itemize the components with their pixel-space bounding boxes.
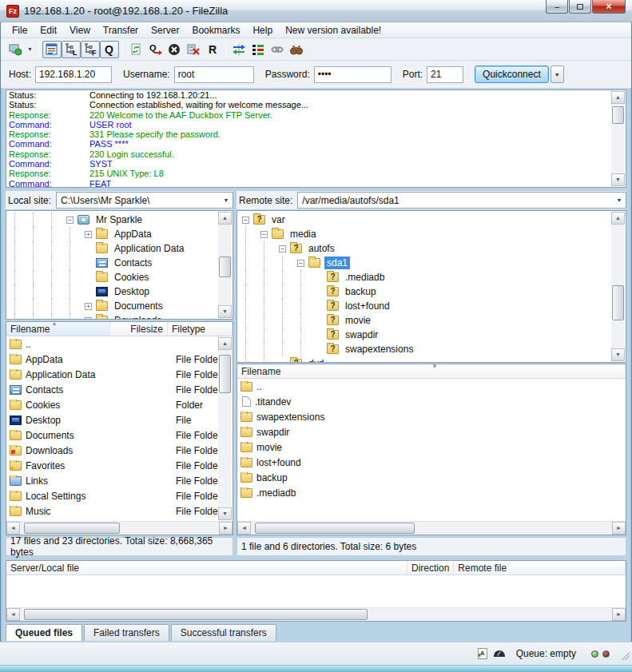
title-bar[interactable]: Fz 192.168.1.20 - root@192.168.1.20 - Fi…	[0, 0, 632, 22]
column-header-filename[interactable]: Filename	[6, 322, 110, 336]
remote-file-row-[interactable]: ..	[237, 379, 626, 394]
local-file-row-cookies[interactable]: CookiesFolder	[6, 397, 233, 412]
local-tree-node-downloads[interactable]: +Downloads	[6, 313, 218, 319]
scroll-down-icon[interactable]: ▼	[218, 305, 232, 318]
scroll-thumb[interactable]	[612, 285, 624, 320]
scroll-down-icon[interactable]: ▼	[611, 173, 625, 186]
remote-tree-scrollbar[interactable]: ▲ ▼	[611, 212, 625, 361]
scroll-thumb[interactable]	[24, 523, 120, 534]
local-list-scrollbar[interactable]: ▲ ▼	[218, 337, 232, 520]
remote-file-row-titandev[interactable]: .titandev	[237, 394, 626, 409]
local-list-hscrollbar[interactable]: ◄ ►	[6, 521, 233, 535]
column-header-filesize[interactable]: Filesize	[110, 322, 168, 336]
local-file-row-appdata[interactable]: AppDataFile Folder	[6, 352, 233, 367]
menu-item-view[interactable]: View	[63, 23, 97, 38]
local-file-row-downloads[interactable]: DownloadsFile Folder	[6, 443, 233, 458]
tab-failed-transfers[interactable]: Failed transfers	[84, 624, 169, 641]
minimize-button[interactable]: –	[546, 0, 568, 14]
local-file-row-links[interactable]: LinksFile Folder	[6, 473, 233, 488]
local-tree-node-appdata[interactable]: +AppData	[6, 227, 218, 241]
local-tree-node-contacts[interactable]: Contacts	[6, 256, 218, 270]
queue-hscrollbar[interactable]: ◄ ►	[6, 607, 626, 621]
maximize-button[interactable]	[569, 0, 591, 14]
password-input[interactable]	[314, 66, 392, 83]
tree-expander-icon[interactable]: +	[85, 303, 92, 310]
tree-expander-icon[interactable]: −	[242, 217, 249, 224]
log-scrollbar[interactable]: ▲ ▼	[611, 91, 625, 186]
tree-expander-icon[interactable]: −	[66, 217, 74, 224]
remote-tree-node-sda1[interactable]: −sda1	[237, 256, 611, 270]
local-tree-node-mr-sparkle[interactable]: −Mr Sparkle	[6, 213, 218, 227]
column-header-direction[interactable]: Direction	[407, 561, 454, 575]
process-queue-icon[interactable]: Q	[145, 41, 165, 58]
remote-tree-node-var[interactable]: −var	[237, 213, 611, 227]
directory-comparison-icon[interactable]	[248, 41, 268, 58]
quickconnect-dropdown[interactable]: ▼	[551, 66, 564, 83]
remote-file-row-movie[interactable]: movie	[237, 439, 626, 455]
cancel-operation-icon[interactable]	[165, 41, 184, 58]
remote-path-combo[interactable]: /var/media/autofs/sda1 ▼	[297, 192, 626, 209]
find-files-icon[interactable]	[287, 41, 306, 58]
disconnect-icon[interactable]	[184, 41, 203, 58]
scroll-thumb[interactable]	[612, 106, 624, 124]
tree-expander-icon[interactable]: −	[279, 245, 286, 252]
scroll-left-icon[interactable]: ◄	[6, 608, 20, 621]
tree-expander-icon[interactable]: +	[85, 231, 92, 238]
local-file-row-favorites[interactable]: FavoritesFile Folder	[6, 458, 233, 473]
local-file-row-[interactable]: ..	[6, 336, 233, 352]
tree-expander-icon[interactable]: −	[260, 231, 268, 238]
scroll-down-icon[interactable]: ▼	[218, 507, 232, 520]
menu-item-new-version-available[interactable]: New version available!	[279, 23, 388, 38]
scroll-right-icon[interactable]: ►	[612, 522, 626, 535]
chevron-down-icon[interactable]: ▼	[613, 197, 626, 203]
local-file-row-documents[interactable]: DocumentsFile Folder	[6, 427, 233, 443]
scroll-right-icon[interactable]: ►	[612, 608, 626, 621]
remote-tree-node-swapdir[interactable]: swapdir	[237, 328, 611, 342]
remote-file-row-lost-found[interactable]: lost+found	[237, 455, 626, 470]
remote-file-row-swapdir[interactable]: swapdir	[237, 424, 626, 439]
local-file-row-local-settings[interactable]: Local SettingsFile Folder	[6, 488, 233, 503]
local-tree-node-application-data[interactable]: Application Data	[6, 241, 218, 256]
remote-tree-node-backup[interactable]: backup	[237, 284, 611, 299]
scroll-right-icon[interactable]: ►	[219, 522, 233, 535]
column-header-filetype[interactable]: Filetype	[168, 322, 233, 336]
menu-item-transfer[interactable]: Transfer	[97, 23, 145, 38]
local-tree-node-cookies[interactable]: Cookies	[6, 270, 218, 284]
remote-tree-node-movie[interactable]: movie	[237, 313, 611, 328]
remote-treeview-toggle-icon[interactable]: F	[81, 41, 100, 58]
local-tree-scrollbar[interactable]: ▲ ▼	[218, 212, 232, 318]
scroll-up-icon[interactable]: ▲	[218, 212, 232, 225]
compare-directories-icon[interactable]	[229, 41, 248, 58]
local-file-row-application-data[interactable]: Application DataFile Folder	[6, 367, 233, 382]
scroll-left-icon[interactable]: ◄	[237, 522, 251, 535]
remote-tree-node-media[interactable]: −media	[237, 227, 611, 241]
local-tree-node-desktop[interactable]: Desktop	[6, 284, 218, 299]
scroll-down-icon[interactable]: ▼	[611, 348, 625, 361]
remote-file-row-backup[interactable]: backup	[237, 470, 626, 485]
close-button[interactable]: ×	[592, 0, 626, 14]
splitter-collapse-icon[interactable]: ▼	[431, 364, 438, 370]
remote-tree-node-swapextensions[interactable]: swapextensions	[237, 342, 611, 356]
scroll-thumb[interactable]	[219, 256, 231, 277]
tree-expander-icon[interactable]: +	[85, 317, 92, 320]
scroll-thumb[interactable]	[255, 523, 415, 534]
menu-item-help[interactable]: Help	[246, 23, 279, 38]
scroll-up-icon[interactable]: ▲	[611, 212, 625, 225]
local-file-row-desktop[interactable]: DesktopFile	[6, 412, 233, 427]
column-header-server-local-file[interactable]: Server/Local file	[6, 561, 407, 575]
scroll-thumb[interactable]	[24, 609, 368, 620]
remote-tree-node-lost-found[interactable]: lost+found	[237, 299, 611, 313]
column-header-remote-file[interactable]: Remote file	[454, 561, 626, 575]
remote-tree-node-autofs[interactable]: −autofs	[237, 241, 611, 256]
menu-item-server[interactable]: Server	[145, 23, 185, 38]
local-tree-node-documents[interactable]: +Documents	[6, 299, 218, 313]
menu-item-file[interactable]: File	[6, 23, 34, 38]
menu-item-bookmarks[interactable]: Bookmarks	[185, 23, 246, 38]
port-input[interactable]	[427, 66, 463, 83]
remote-list-hscrollbar[interactable]: ◄ ►	[237, 521, 626, 535]
tab-successful-transfers[interactable]: Successful transfers	[171, 624, 276, 641]
remote-tree-node-dvd[interactable]: dvd	[237, 356, 611, 362]
tree-expander-icon[interactable]: −	[297, 260, 304, 267]
local-file-row-music[interactable]: MusicFile Folder	[6, 503, 233, 519]
menu-item-edit[interactable]: Edit	[34, 23, 63, 38]
